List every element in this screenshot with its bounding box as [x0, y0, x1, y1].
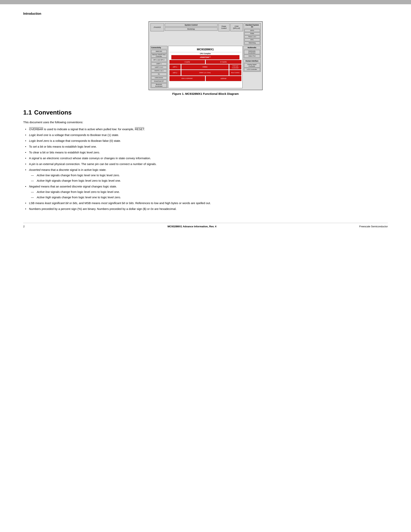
pin-italic: pin — [31, 162, 35, 166]
bluetooth-block: Bluetooth Accelerator — [151, 83, 167, 87]
asserted-italic: Asserted — [29, 168, 40, 171]
bits-1-italic: bits — [73, 201, 77, 205]
footer-right-text: Freescale Semiconductor — [359, 225, 388, 228]
analog-signal-block: Analog Signal Processor — [244, 63, 260, 67]
logic-zero-italic: Logic level zero — [29, 139, 49, 142]
sub-active-low-1: Active low signals change from logic lev… — [29, 173, 388, 178]
section-header: Introduction — [23, 12, 388, 16]
bits-2-italic: bits — [129, 201, 134, 205]
clear-italic: clear — [33, 151, 39, 154]
signal-italic: signal — [31, 156, 39, 160]
spi-block: SPI 1 and SPI 2 — [151, 58, 167, 62]
active-low-2-italic: Active low — [37, 190, 50, 193]
aipi2-row: AIPI 2 DMAC (11 Chnl) Bus Control — [169, 70, 241, 76]
bullet-signal: A signal is an electronic construct whos… — [23, 156, 388, 161]
uart23-block: UART 2 & 3 — [151, 66, 167, 69]
memory-stick-block: Memory Stick® Host Controller — [151, 53, 167, 58]
body-intro: This document uses the following convent… — [23, 120, 388, 124]
footer-page-number: 2 — [23, 225, 25, 228]
set-italic: set — [33, 145, 37, 148]
bullet-clear: To clear a bit or bits means to establis… — [23, 150, 388, 155]
active-high-1-italic: Active high — [37, 179, 51, 182]
bootstrap-block: Bootstrap — [165, 27, 218, 31]
ssi-block: SSI/I²S 1 & 2 — [151, 69, 167, 72]
video-port-block: Video Port — [244, 55, 260, 58]
diagram-container: JTAG/ICE System Control Bootstrap Power … — [23, 21, 388, 105]
figure-caption: Figure 1. MC9328MX1 Functional Block Dia… — [149, 92, 263, 95]
conventions-list: OVERBAR is used to indicate a signal tha… — [23, 127, 388, 211]
standard-sysio-title: Standard System I/O — [244, 24, 260, 28]
0x-italic: 0x — [150, 207, 154, 210]
eim-block: EIM & SDRAMC — [169, 76, 205, 81]
bullet-lsb: LSB means least significant bit or bits,… — [23, 201, 388, 205]
cgm-block: CGM (DPLLx2) — [230, 23, 243, 31]
eim-row: EIM & SDRAMC eSRAM — [169, 76, 241, 81]
human-interface-title: Human Interface — [244, 60, 260, 63]
interrupt-block: Interrupt Controller — [229, 64, 241, 69]
aipi1-block: AIPI 1 — [169, 64, 181, 69]
bullet-asserted: Asserted means that a discrete signal is… — [23, 168, 388, 183]
bullet-logic-zero: Logic level zero is a voltage that corre… — [23, 139, 388, 143]
cpu-complex-label: CPU Complex — [169, 52, 241, 55]
human-interface-group: Human Interface Analog Signal Processor … — [243, 59, 261, 72]
mc-title: MC9328MX1 — [169, 47, 241, 51]
multimedia-accel-block: Multimedia Accelerator — [244, 50, 260, 54]
active-high-2-italic: Active high — [37, 196, 51, 199]
aipi2-block: AIPI 2 — [169, 70, 181, 76]
overbar-text: OVERBAR — [29, 127, 43, 131]
power-control-block: Power Control — [218, 23, 230, 31]
usb-device-block: USB Device — [151, 76, 167, 79]
lcd-controller-block: LCD Controller — [244, 68, 260, 71]
arm-block: ARM9TDMI™ — [171, 55, 239, 59]
section-heading: 1.1 Conventions — [23, 109, 388, 116]
bullet-numbers: Numbers preceded by a percent sign (%) a… — [23, 207, 388, 211]
bus-control-block: Bus Control — [229, 70, 241, 76]
multimedia-title: Multimedia — [244, 47, 260, 49]
gpio-block: GPIO — [244, 29, 260, 32]
footer-center-text: MC9328MX1 Advance Information, Rev. 4 — [25, 225, 359, 228]
bullet-logic-one: Logic level one is a voltage that corres… — [23, 133, 388, 137]
vmmu-block: VMMU — [181, 64, 229, 69]
cache-row: I Cache D Cache — [169, 60, 241, 64]
system-control-block: System Control — [165, 23, 218, 27]
right-panels: Multimedia Multimedia Accelerator Video … — [243, 46, 261, 88]
reset-text: RESET — [135, 127, 144, 131]
sub-active-high-1: Active high signals change from logic le… — [29, 178, 388, 183]
bullet-pin: A pin is an external physical connection… — [23, 162, 388, 166]
aipi1-row: AIPI 1 VMMU Interrupt Controller — [169, 64, 241, 69]
negated-italic: Negated — [29, 185, 40, 188]
asserted-sub-list: Active low signals change from logic lev… — [29, 173, 388, 183]
sub-active-high-2: Active high signals change from logic le… — [29, 195, 388, 200]
page-content: Introduction JTAG/ICE System Control Boo… — [0, 4, 411, 239]
top-bar — [0, 0, 411, 4]
cpu-panel: MC9328MX1 CPU Complex ARM9TDMI™ I Cache … — [168, 46, 243, 88]
uart1-block: UART 1 — [151, 62, 167, 65]
dcache-block: D Cache — [206, 60, 241, 64]
mmc-block: MMC/SD — [151, 50, 167, 53]
bullet-negated: Negated means that an asserted discrete … — [23, 184, 388, 200]
pwm-block: PWM — [244, 32, 260, 35]
negated-sub-list: Active low signals change from logic lev… — [29, 190, 388, 200]
icache-block: I Cache — [169, 60, 205, 64]
rtc-block: RTC — [244, 38, 260, 41]
i2c-block: I²C — [151, 73, 167, 76]
multimedia-group: Multimedia Multimedia Accelerator Video … — [243, 46, 261, 58]
active-low-1-italic: Active low — [37, 173, 50, 177]
page-footer: 2 MC9328MX1 Advance Information, Rev. 4 … — [23, 223, 388, 228]
sub-active-low-2: Active low signals change from logic lev… — [29, 190, 388, 194]
standard-sysio-group: Standard System I/O GPIO PWM Timer 1 & 2… — [244, 23, 261, 45]
connectivity-title: Connectivity — [151, 47, 167, 49]
bullet-set: To set a bit or bits means to establish … — [23, 144, 388, 149]
jtag-block: JTAG/ICE — [150, 23, 164, 31]
block-diagram: JTAG/ICE System Control Bootstrap Power … — [149, 21, 263, 90]
bullet-overbar: OVERBAR is used to indicate a signal tha… — [23, 127, 388, 132]
lsb-italic: least significant bit — [45, 201, 69, 205]
msb-italic: most significant bit — [101, 201, 125, 205]
connectivity-group: Connectivity MMC/SD Memory Stick® Host C… — [150, 46, 168, 88]
dmac-block: DMAC (11 Chnl) — [181, 70, 229, 76]
watchdog-block: Watchdog — [244, 42, 260, 44]
section-title: Conventions — [34, 109, 72, 116]
section-number: 1.1 — [23, 109, 32, 116]
smartcard-block: SmartCard I/F — [151, 80, 167, 83]
logic-one-italic: Logic level one — [29, 133, 48, 137]
